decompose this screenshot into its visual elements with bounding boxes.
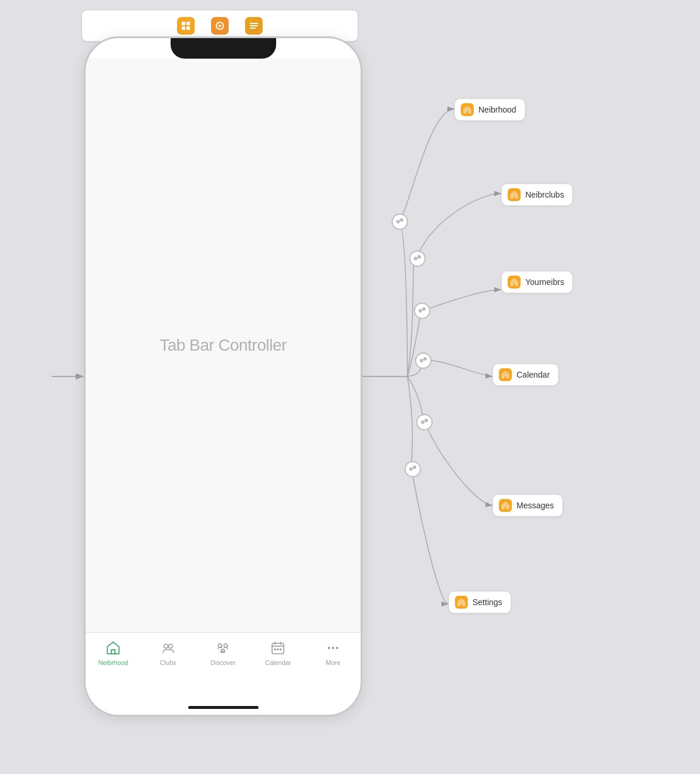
svg-point-41 (409, 467, 413, 471)
svg-rect-18 (280, 649, 281, 650)
svg-point-27 (400, 218, 403, 222)
tab-label-discover: Discover (210, 659, 236, 666)
tab-discover[interactable]: Discover (196, 640, 251, 666)
settings-node-icon (455, 596, 468, 609)
svg-point-32 (419, 309, 422, 313)
node-messages-label: Messages (516, 501, 554, 510)
tab-clubs[interactable]: Clubs (141, 640, 196, 666)
svg-point-25 (392, 214, 407, 229)
svg-rect-7 (250, 25, 258, 26)
svg-point-11 (168, 644, 172, 649)
svg-point-37 (417, 415, 432, 430)
node-yourneibrs-label: Yourneibrs (525, 277, 564, 287)
node-calendar-label: Calendar (516, 370, 550, 379)
node-neibrhood-label: Neibrhood (478, 105, 516, 114)
svg-point-28 (410, 251, 425, 266)
svg-point-31 (414, 303, 430, 318)
svg-point-39 (424, 419, 428, 422)
phone-screen: Tab Bar Controller Neibrhood (86, 59, 361, 715)
svg-rect-9 (111, 650, 115, 654)
svg-point-10 (164, 644, 168, 649)
node-neibrclubs-label: Neibrclubs (525, 190, 564, 199)
messages-node-icon (499, 499, 512, 512)
svg-rect-17 (277, 649, 279, 650)
tab-label-calendar: Calendar (265, 659, 291, 666)
svg-point-19 (328, 647, 330, 649)
node-messages[interactable]: Messages (492, 494, 563, 517)
svg-point-36 (423, 357, 427, 361)
phone-content-area: Tab Bar Controller (86, 59, 361, 632)
svg-rect-0 (182, 22, 185, 25)
toolbar-icon-1[interactable] (177, 17, 195, 35)
svg-point-12 (218, 644, 222, 647)
svg-rect-16 (274, 649, 276, 650)
node-settings[interactable]: Settings (448, 591, 511, 613)
tab-label-more: More (326, 659, 341, 666)
calendar-icon (267, 640, 288, 656)
svg-point-35 (420, 359, 423, 362)
clubs-icon (158, 640, 179, 656)
phone-notch (171, 38, 276, 59)
node-settings-label: Settings (473, 598, 502, 607)
tab-more[interactable]: More (305, 640, 361, 666)
svg-rect-1 (186, 22, 190, 25)
svg-point-29 (414, 257, 417, 260)
svg-rect-2 (182, 26, 185, 30)
svg-point-13 (224, 644, 227, 647)
svg-point-34 (416, 353, 431, 368)
tab-neibrhood[interactable]: Neibrhood (86, 640, 141, 666)
neibrhood-node-icon (461, 103, 474, 116)
node-neibrclubs[interactable]: Neibrclubs (501, 184, 573, 206)
toolbar-icon-2[interactable] (211, 17, 229, 35)
tab-calendar[interactable]: Calendar (250, 640, 305, 666)
svg-point-38 (421, 420, 424, 424)
svg-point-20 (332, 647, 334, 649)
home-indicator (86, 700, 361, 715)
svg-point-30 (417, 255, 421, 259)
more-icon (322, 640, 344, 656)
discover-icon (212, 640, 233, 656)
phone-frame: Tab Bar Controller Neibrhood (84, 36, 362, 717)
svg-point-40 (405, 461, 420, 477)
svg-point-26 (396, 220, 400, 223)
svg-rect-6 (250, 23, 258, 24)
calendar-node-icon (499, 368, 512, 381)
svg-point-21 (336, 647, 338, 649)
svg-point-33 (422, 307, 426, 311)
tab-label-neibrhood: Neibrhood (98, 659, 128, 666)
node-yourneibrs[interactable]: Yourneibrs (501, 271, 573, 293)
svg-point-5 (219, 25, 221, 27)
toolbar-icon-3[interactable] (245, 17, 263, 35)
yourneibrs-node-icon (508, 276, 521, 288)
home-bar (188, 706, 259, 709)
svg-rect-3 (186, 26, 190, 30)
neibrhood-icon (103, 640, 124, 656)
svg-rect-8 (250, 28, 256, 29)
node-calendar[interactable]: Calendar (492, 364, 559, 386)
screen-title: Tab Bar Controller (159, 336, 287, 355)
tab-label-clubs: Clubs (160, 659, 176, 666)
tab-bar: Neibrhood Clubs (86, 632, 361, 700)
neibrclubs-node-icon (508, 188, 521, 201)
node-neibrhood[interactable]: Neibrhood (454, 99, 525, 121)
svg-point-42 (413, 466, 416, 469)
